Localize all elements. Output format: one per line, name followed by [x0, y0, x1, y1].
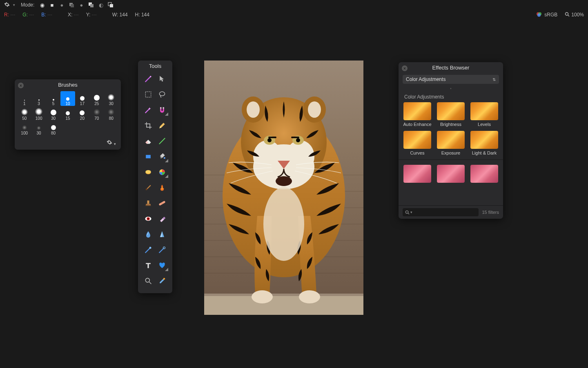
- tool-magic-wand[interactable]: [141, 103, 155, 117]
- svg-point-8: [537, 13, 541, 17]
- svg-rect-62: [268, 137, 276, 138]
- tool-brush[interactable]: [141, 181, 155, 194]
- effects-category-dropdown[interactable]: Color Adjustments ⇅: [403, 75, 499, 84]
- svg-point-30: [147, 218, 149, 219]
- zoom-control[interactable]: 100%: [565, 12, 584, 18]
- brush-preset[interactable]: 100: [31, 106, 46, 121]
- tool-stamp[interactable]: [141, 197, 155, 210]
- tool-rectangle[interactable]: [141, 150, 155, 163]
- brush-preset[interactable]: 50: [17, 106, 31, 121]
- mode-2-icon[interactable]: ■: [49, 2, 55, 8]
- filter-count: 15 filters: [482, 210, 499, 215]
- effect-thumb[interactable]: Curves: [403, 131, 432, 155]
- svg-point-51: [247, 101, 260, 118]
- effects-search-input[interactable]: ▾: [403, 208, 479, 216]
- tool-text[interactable]: [141, 259, 155, 272]
- tools-title-bar[interactable]: Tools: [138, 61, 172, 71]
- brush-preset[interactable]: 25: [89, 91, 104, 106]
- brush-size-label: 100: [36, 116, 42, 121]
- tool-bucket[interactable]: [155, 150, 169, 163]
- mode-8-icon[interactable]: [108, 2, 114, 8]
- effect-thumb[interactable]: [436, 165, 466, 183]
- effect-thumb[interactable]: [403, 165, 432, 183]
- mode-7-icon[interactable]: ◐: [98, 2, 104, 8]
- magnifier-icon: [565, 12, 570, 18]
- brush-preset[interactable]: 80: [46, 121, 60, 135]
- brush-swatch: [51, 110, 56, 115]
- mode-buttons: ◉ ■ ● ● ◐: [39, 2, 114, 8]
- submenu-indicator-icon: [165, 268, 168, 271]
- canvas-image[interactable]: [204, 61, 363, 315]
- tool-sharpen[interactable]: [155, 228, 169, 241]
- tool-color-wheel[interactable]: [155, 166, 169, 179]
- svg-point-20: [145, 170, 151, 173]
- svg-rect-63: [291, 137, 299, 138]
- tool-eraser[interactable]: [141, 135, 155, 148]
- brushes-title-bar[interactable]: × Brushes: [15, 79, 121, 90]
- svg-point-27: [163, 203, 163, 203]
- effect-thumb[interactable]: [470, 165, 499, 183]
- chevron-down-icon[interactable]: ▾: [13, 3, 15, 7]
- svg-point-64: [263, 187, 304, 261]
- brush-preset[interactable]: 3: [31, 91, 46, 106]
- effect-thumb[interactable]: Exposure: [436, 131, 466, 155]
- brush-preset[interactable]: 1: [17, 91, 31, 106]
- brush-size-label: 100: [21, 131, 28, 135]
- tool-pencil[interactable]: [155, 119, 169, 132]
- mode-6-icon[interactable]: [88, 2, 94, 8]
- brush-swatch: [37, 126, 41, 130]
- effects-title-bar[interactable]: × Effects Browser: [399, 62, 503, 72]
- brush-preset[interactable]: 100: [17, 121, 31, 135]
- settings-gear-icon[interactable]: [4, 2, 10, 9]
- tool-blur[interactable]: [141, 228, 155, 241]
- tool-eyedropper[interactable]: [155, 274, 169, 287]
- tool-dodge[interactable]: [141, 243, 155, 256]
- brush-preset[interactable]: 20: [75, 106, 89, 121]
- tool-crop[interactable]: [141, 119, 155, 132]
- brush-settings-button[interactable]: ▾: [15, 139, 121, 150]
- tool-marquee[interactable]: [141, 88, 155, 101]
- brush-preset[interactable]: 80: [104, 106, 118, 121]
- tool-zoom[interactable]: [141, 274, 155, 287]
- brush-preset[interactable]: 70: [89, 106, 104, 121]
- brush-preset[interactable]: 30: [104, 91, 118, 106]
- tool-magnet[interactable]: [155, 103, 169, 117]
- effects-dropdown-value: Color Adjustments: [406, 76, 445, 82]
- effects-list[interactable]: Color Adjustments Auto EnhanceBrightness…: [399, 91, 503, 205]
- tool-shape[interactable]: [155, 259, 169, 272]
- close-icon[interactable]: ×: [18, 83, 24, 88]
- brush-preset[interactable]: 5: [46, 91, 60, 106]
- effect-label: Light & Dark: [472, 150, 497, 155]
- brush-preset[interactable]: 17: [75, 91, 89, 106]
- tool-bandaid[interactable]: [155, 197, 169, 210]
- tool-burn[interactable]: [155, 243, 169, 256]
- tool-sponge[interactable]: [141, 166, 155, 179]
- svg-line-34: [149, 282, 151, 284]
- tool-flame[interactable]: [155, 181, 169, 194]
- svg-rect-45: [204, 294, 363, 296]
- mode-label: Mode:: [21, 2, 34, 8]
- mode-3-icon[interactable]: ●: [59, 2, 65, 8]
- tool-redeye[interactable]: [141, 212, 155, 225]
- mode-5-icon[interactable]: ●: [78, 2, 84, 8]
- tool-lasso[interactable]: [155, 88, 169, 101]
- effect-thumb[interactable]: Auto Enhance: [403, 102, 432, 127]
- close-icon[interactable]: ×: [402, 65, 408, 71]
- brush-preset[interactable]: 10: [60, 91, 75, 106]
- svg-line-10: [568, 15, 569, 16]
- colorspace-button[interactable]: sRGB: [536, 11, 557, 18]
- brush-grid: 135101725305010030152070801003080: [15, 90, 121, 139]
- brush-preset[interactable]: 30: [31, 121, 46, 135]
- tool-arrow[interactable]: [155, 72, 169, 85]
- tool-smudge-eraser[interactable]: [155, 212, 169, 225]
- brush-preset[interactable]: 30: [46, 106, 60, 121]
- mode-4-icon[interactable]: [69, 2, 74, 8]
- mode-1-icon[interactable]: ◉: [39, 2, 45, 8]
- effect-thumb[interactable]: Brightness: [436, 102, 466, 127]
- effect-thumb[interactable]: Levels: [470, 102, 499, 127]
- effect-thumb[interactable]: Light & Dark: [470, 131, 499, 155]
- tool-line[interactable]: [155, 135, 169, 148]
- brush-preset[interactable]: 15: [60, 106, 75, 121]
- tool-wand[interactable]: [141, 72, 155, 85]
- effects-row: CurvesExposureLight & Dark: [403, 131, 499, 155]
